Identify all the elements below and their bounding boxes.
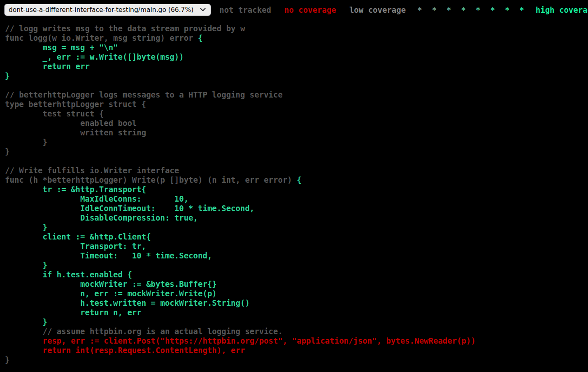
- code-segment: resp, err := client.Post("https://httpbi…: [5, 336, 476, 345]
- code-segment: MaxIdleConns: 10,: [5, 194, 188, 203]
- code-segment: IdleConnTimeout: 10 * time.Second,: [5, 204, 254, 213]
- code-segment: // assume httpbin.org is an actual loggi…: [5, 327, 283, 336]
- code-segment: client := &http.Client{: [5, 232, 151, 241]
- topbar: dont-use-a-different-interface-for-testi…: [0, 0, 588, 20]
- code-segment: return err: [5, 62, 90, 71]
- code-segment: test struct {: [5, 109, 104, 118]
- code-segment: func logg(w io.Writer, msg string) error: [5, 33, 198, 42]
- code-segment: }: [5, 147, 9, 156]
- code-segment: }: [5, 317, 47, 326]
- code-segment: Transport: tr,: [5, 242, 146, 251]
- legend-high-coverage: high coverage: [536, 5, 588, 14]
- code-segment: if h.test.enabled {: [5, 270, 132, 279]
- code-segment: // logg writes msg to the data stream pr…: [5, 24, 245, 33]
- code-segment: }: [5, 355, 9, 364]
- chevron-down-icon: [200, 8, 206, 12]
- code-segment: {: [198, 33, 202, 42]
- code-segment: type betterhttpLogger struct {: [5, 100, 146, 109]
- code-segment: mockWriter := &bytes.Buffer{}: [5, 279, 217, 288]
- content: // logg writes msg to the data stream pr…: [0, 20, 588, 365]
- code-segment: enabled bool: [5, 119, 137, 128]
- legend-star-cov7: *: [490, 5, 495, 14]
- code-segment: }: [5, 260, 47, 270]
- code-segment: }: [5, 137, 47, 146]
- code-segment: return int(resp.Request.ContentLength), …: [5, 346, 245, 355]
- legend-not-tracked: not tracked: [219, 5, 271, 14]
- legend-star-cov9: *: [519, 5, 524, 14]
- legend-low-coverage: low coverage: [349, 5, 406, 14]
- code-segment: n, err := mockWriter.Write(p): [5, 289, 217, 298]
- legend-star-cov8: *: [505, 5, 509, 14]
- code-segment: written string: [5, 128, 146, 137]
- code-segment: tr := &http.Transport{: [5, 185, 146, 194]
- code-segment: DisableCompression: true,: [5, 213, 198, 222]
- code-segment: return n, err: [5, 308, 142, 317]
- legend-star-cov2: *: [417, 5, 422, 14]
- code-segment: }: [5, 71, 9, 80]
- code-segment: }: [5, 223, 47, 232]
- file-select-label: dont-use-a-different-interface-for-testi…: [9, 6, 193, 14]
- file-select[interactable]: dont-use-a-different-interface-for-testi…: [4, 4, 211, 16]
- legend-star-cov4: *: [446, 5, 451, 14]
- code-segment: msg = msg + "\n": [5, 43, 118, 52]
- code-segment: func (h *betterhttpLogger) Write(p []byt…: [5, 175, 297, 184]
- legend-star-cov5: *: [461, 5, 466, 14]
- legend-star-cov6: *: [476, 5, 480, 14]
- legend-no-coverage: no coverage: [284, 5, 336, 14]
- code-block: // logg writes msg to the data stream pr…: [0, 20, 588, 365]
- code-segment: {: [297, 175, 301, 184]
- legend-star-cov3: *: [432, 5, 437, 14]
- code-segment: // betterhttpLogger logs messages to a H…: [5, 90, 283, 99]
- coverage-legend: not trackedno coveragelow coverage******…: [213, 5, 588, 14]
- code-segment: _, err := w.Write([]byte(msg)): [5, 52, 184, 61]
- code-segment: Timeout: 10 * time.Second,: [5, 251, 212, 260]
- code-segment: // Write fulfills io.Writer interface: [5, 166, 179, 175]
- code-segment: h.test.written = mockWriter.String(): [5, 298, 250, 307]
